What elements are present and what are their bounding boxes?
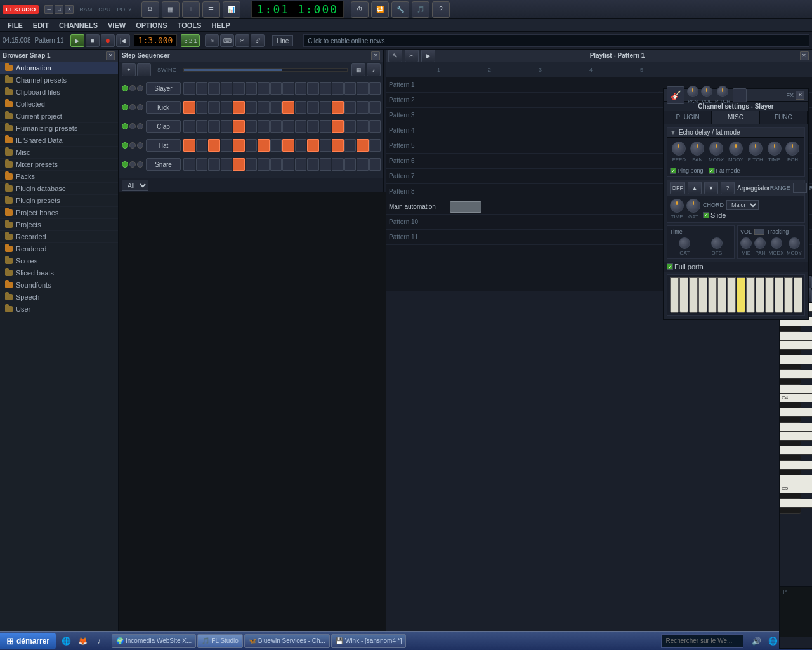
ch-dot-1[interactable] [129,85,136,91]
step-btn-14[interactable] [357,158,369,171]
step-btn-12[interactable] [332,139,344,152]
transport-icon-3[interactable]: ⏸ [182,1,200,18]
step-btn-13[interactable] [344,101,357,114]
mody-knob[interactable] [729,142,743,156]
step-btn-7[interactable] [270,101,282,114]
ch-dot-0[interactable] [122,161,128,168]
tr-pan-knob[interactable] [754,237,766,249]
transport-icon-4[interactable]: ☰ [202,1,220,18]
to-start-btn[interactable]: |◀ [116,34,130,47]
step-btn-4[interactable] [233,139,245,152]
step-btn-0[interactable] [183,101,195,114]
step-btn-7[interactable] [270,158,282,171]
step-btn-11[interactable] [320,158,332,171]
step-btn-9[interactable] [295,82,307,95]
menu-edit[interactable]: EDIT [28,19,54,32]
taskbar-search-input[interactable] [661,634,743,648]
piano-key-16[interactable] [780,423,812,432]
step-btn-1[interactable] [196,158,208,171]
step-btn-13[interactable] [344,82,357,95]
time-gat-knob[interactable] [679,237,690,249]
step-btn-15[interactable] [369,101,381,114]
piano-key-5[interactable] [780,341,812,350]
piano-key-8[interactable] [780,364,801,370]
ch-dot-0[interactable] [122,104,128,110]
filter-select[interactable]: All [122,180,148,191]
piano-key-22[interactable] [780,470,801,475]
step-btn-3[interactable] [221,139,233,152]
kb-white-1[interactable] [679,277,688,313]
menu-help[interactable]: HELP [206,19,235,32]
ch-dot-1[interactable] [129,104,136,110]
ch-dot-1[interactable] [129,123,136,129]
ch-name-clap[interactable]: Clap [146,120,181,133]
media-icon[interactable]: ♪ [93,635,105,647]
step-seq-close[interactable]: ✕ [371,51,380,60]
piano-key-24[interactable]: C5 [780,484,812,493]
step-btn-9[interactable] [295,158,307,171]
ech-knob[interactable] [785,142,799,156]
tray-icon-2[interactable]: 🌐 [766,635,779,647]
ch-name-snare[interactable]: Snare [146,158,181,171]
mode-btn-2[interactable]: ⌨ [220,34,234,47]
transport-icon-1[interactable]: ⚙ [141,1,159,18]
piano-key-20[interactable] [780,455,801,461]
kb-white-8[interactable] [746,277,755,313]
pl-tool-2[interactable]: ✂ [405,50,419,62]
swing-bar[interactable] [183,68,348,72]
ch-name-hat[interactable]: Hat [146,139,181,152]
pan-knob[interactable] [690,142,704,156]
start-button[interactable]: ⊞ démarrer [0,633,56,649]
ch-dot-2[interactable] [137,104,143,110]
step-btn-0[interactable] [183,82,195,95]
stop-btn[interactable]: ■ [86,34,100,47]
step-btn-8[interactable] [282,101,294,114]
step-btn-8[interactable] [282,120,294,133]
rec-icon[interactable]: ⏱ [351,1,369,18]
ch-vol-knob[interactable] [701,86,712,97]
pl-tool-1[interactable]: ✎ [388,50,402,62]
step-btn-14[interactable] [357,120,369,133]
step-btn-1[interactable] [196,120,208,133]
step-btn-8[interactable] [282,139,294,152]
kb-white-11[interactable] [775,277,783,313]
ss-del-btn[interactable]: - [137,63,151,76]
instrument-icon[interactable]: 🎸 [667,86,684,104]
piano-key-17[interactable] [780,432,812,441]
step-btn-5[interactable] [246,158,258,171]
step-btn-0[interactable] [183,139,195,152]
browser-item-misc[interactable]: Misc [0,147,118,159]
browser-item-il-shared-data[interactable]: IL Shared Data [0,135,118,147]
piano-key-21[interactable] [780,461,812,470]
kb-white-12[interactable] [784,277,793,313]
step-btn-5[interactable] [246,101,258,114]
browser-item-clipboard-files[interactable]: Clipboard files [0,86,118,98]
step-btn-15[interactable] [369,120,381,133]
step-btn-3[interactable] [221,101,233,114]
browser-item-scores[interactable]: Scores [0,255,118,267]
mode-btn-1[interactable]: ≈ [205,34,219,47]
arp-up-btn[interactable]: ▲ [688,182,702,194]
ch-dot-2[interactable] [137,142,143,149]
step-btn-4[interactable] [233,82,245,95]
piano-key-3[interactable] [780,326,801,332]
slide-checkbox[interactable]: ✓ [703,212,709,218]
piano-key-13[interactable] [780,402,801,408]
menu-tools[interactable]: TOOLS [173,19,207,32]
browser-item-current-project[interactable]: Current project [0,110,118,123]
step-btn-8[interactable] [282,82,294,95]
tab-misc[interactable]: MISC [712,111,759,124]
piano-key-23[interactable] [780,475,812,484]
step-btn-8[interactable] [282,158,294,171]
ie-icon[interactable]: 🌐 [60,635,72,647]
mode-btn-4[interactable]: 🖊 [251,34,265,47]
piano-key-9[interactable] [780,370,812,379]
step-btn-13[interactable] [344,120,357,133]
step-btn-6[interactable] [258,101,270,114]
step-btn-4[interactable] [233,101,245,114]
browser-item-humanizing-presets[interactable]: Humanizing presets [0,123,118,135]
arp-rand-btn[interactable]: ? [721,182,735,194]
tr-modx-knob[interactable] [771,237,782,249]
piano-key-19[interactable] [780,446,812,455]
slide-check[interactable]: ✓ Slide [703,211,802,219]
